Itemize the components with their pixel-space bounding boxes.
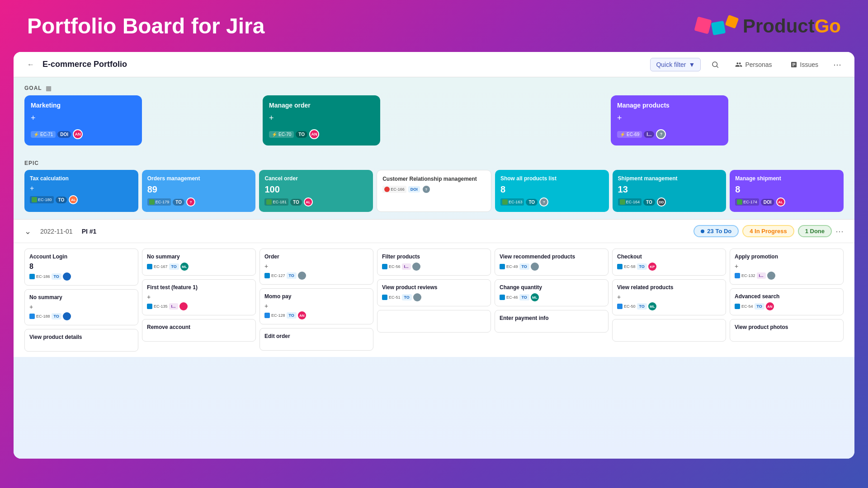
goal-filter-icon[interactable]: ▦ (46, 84, 52, 92)
avatar-2 (63, 312, 71, 320)
banner-title: Portfolio Board for Jira (27, 14, 264, 38)
story-no-summary-2: No summary EC-167 TO ML (142, 249, 256, 276)
goal-manage-order-add[interactable]: + (269, 113, 274, 123)
stat-inprogress: 4 In Progress (742, 225, 794, 237)
back-button[interactable]: ← (24, 58, 37, 71)
avatar-an-adv: AN (766, 302, 774, 310)
issues-button[interactable]: Issues (785, 58, 824, 71)
goal-empty-1 (147, 95, 257, 145)
story-change-quantity-badges: EC-46 TO ML (500, 293, 604, 301)
partial-title-7: View product photos (735, 324, 839, 330)
epic-manage-shipment-title: Manage shipment (735, 175, 838, 182)
story-icon-3 (266, 199, 272, 205)
goal-manage-products-title: Manage products (617, 102, 722, 109)
badge-doi: DOI (57, 131, 71, 138)
story-view-reviews-title: View product reviews (382, 284, 486, 291)
story-no-summary-1-add[interactable]: + (29, 303, 133, 310)
avatar-5 (412, 263, 420, 271)
issue-ec69: ⚡ EC-69 (617, 131, 642, 138)
story-icon-8 (264, 313, 270, 318)
badge-to-products: TO (526, 199, 538, 206)
epic-card-orders: Orders management 89 EC-179 TO ? (142, 170, 256, 212)
pi-column-1: Account Login 8 EC-186 TO No summary + (24, 249, 138, 352)
epic-card-tax: Tax calculation + EC-180 TO AL (24, 170, 138, 212)
goal-marketing-badges: ⚡ EC-71 DOI AN (31, 129, 136, 139)
story-momo-pay-add[interactable]: + (264, 302, 368, 310)
badge-to-orders: TO (173, 199, 184, 206)
story-apply-promotion-add[interactable]: + (735, 263, 839, 270)
nav-left: ← E-commerce Portfolio (24, 58, 127, 71)
story-no-summary-2-badges: EC-167 TO ML (147, 263, 251, 271)
story-view-related-add[interactable]: + (617, 293, 721, 300)
pi-column-6: Checkout EC-58 TO KP View related produc… (612, 249, 726, 352)
badge-to-cancel: TO (290, 199, 302, 206)
story-view-recommended-badges: EC-49 TO (500, 263, 604, 271)
partial-title-3: Edit order (264, 333, 368, 339)
pi-column-5: View recommended products EC-49 TO Chang… (495, 249, 609, 352)
epic-products-list-number: 8 (500, 184, 604, 195)
more-options-button[interactable]: ⋯ (831, 58, 844, 71)
done-count: 1 Done (805, 228, 825, 235)
story-partial-4 (377, 310, 491, 333)
logo-shapes (696, 18, 737, 34)
badge-to-shipment: TO (643, 199, 655, 206)
badge-doi-shipment: DOI (761, 199, 774, 206)
goal-manage-products-badges: ⚡ EC-69 I... ? (617, 129, 722, 139)
goal-manage-products-add[interactable]: + (617, 113, 622, 123)
story-change-quantity: Change quantity EC-46 TO ML (495, 279, 609, 306)
story-apply-promotion: Apply promotion + EC-132 I... (730, 249, 844, 285)
logo-product: Product (743, 15, 815, 37)
avatar-order: ? (186, 197, 195, 206)
epic-card-products-list: Show all products list 8 EC-163 TO ? (495, 170, 609, 212)
logo-go: Go (815, 15, 841, 37)
quick-filter-button[interactable]: Quick filter ▼ (650, 58, 701, 71)
avatar-8 (767, 272, 775, 280)
avatar-crm: ? (422, 185, 431, 194)
story-first-test-add[interactable]: + (147, 293, 251, 300)
status-dots-1: I... (169, 303, 178, 310)
chevron-down-icon: ▼ (689, 61, 695, 68)
story-no-summary-1-title: No summary (29, 294, 133, 300)
story-view-reviews: View product reviews EC-51 TO (377, 279, 491, 306)
story-momo-pay-badges: EC-128 TO AN (264, 311, 368, 319)
goal-marketing-add[interactable]: + (31, 113, 36, 123)
personas-label: Personas (745, 61, 772, 68)
task-icon-7 (500, 264, 505, 269)
story-icon-7 (29, 314, 35, 319)
avatar-unknown: ? (656, 129, 666, 139)
story-order: Order + EC-127 TO (259, 249, 373, 285)
status-to-1: TO (52, 273, 61, 280)
epic-products-list-title: Show all products list (500, 175, 604, 182)
story-apply-promotion-badges: EC-132 I... (735, 272, 839, 280)
pi-more-button[interactable]: ⋯ (835, 226, 844, 236)
pi-name: PI #1 (82, 228, 97, 235)
svg-point-0 (712, 62, 717, 67)
story-view-related-title: View related products (617, 284, 721, 291)
story-momo-pay: Momo pay + EC-128 TO AN (259, 288, 373, 324)
epic-cancel-number: 100 (264, 184, 368, 195)
avatar-an-momo: AN (298, 311, 306, 319)
epic-cards-row: Tax calculation + EC-180 TO AL Orders ma… (14, 170, 854, 219)
avatar-3 (179, 302, 188, 310)
search-button[interactable] (708, 57, 722, 72)
personas-button[interactable]: Personas (730, 58, 777, 71)
pi-column-2: No summary EC-167 TO ML First test (feat… (142, 249, 256, 352)
issue-ec58: EC-58 (624, 264, 636, 269)
task-icon-3 (147, 304, 152, 309)
story-filter-products-title: Filter products (382, 253, 486, 260)
epic-tax-add[interactable]: + (30, 184, 133, 192)
story-order-add[interactable]: + (264, 263, 368, 270)
badge-doi-crm: DOI (408, 186, 420, 192)
issue-ec186: EC-186 (36, 274, 50, 279)
pi-collapse-button[interactable]: ⌄ (24, 226, 31, 236)
task-icon-8 (500, 295, 505, 300)
task-icon-1 (29, 274, 35, 279)
story-checkout-title: Checkout (617, 253, 721, 260)
story-checkout: Checkout EC-58 TO KP (612, 249, 726, 276)
pi-stats: 23 To Do 4 In Progress 1 Done ⋯ (693, 225, 844, 237)
task-icon-5 (382, 264, 387, 269)
story-first-test-title: First test (feature 1) (147, 284, 251, 291)
story-icon-10 (735, 273, 740, 278)
pi-column-7: Apply promotion + EC-132 I... Advanced s… (730, 249, 844, 352)
avatar-kp: KP (648, 263, 656, 271)
